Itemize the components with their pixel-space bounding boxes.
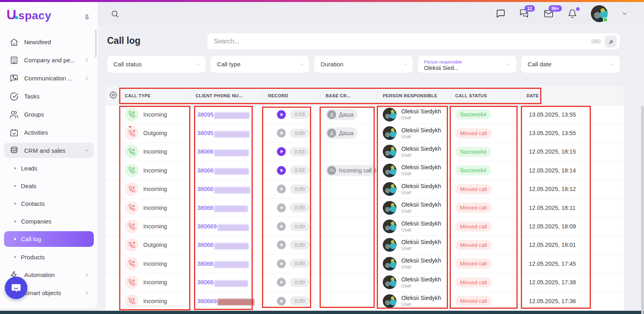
play-record-button[interactable] xyxy=(277,222,286,231)
sidebar-subitem-call-log[interactable]: Call log xyxy=(4,231,94,247)
base-crm-chip[interactable]: ДДаша xyxy=(326,127,357,139)
date-cell: 12.05.2025, 18:09 xyxy=(521,223,624,230)
status-badge: Successful xyxy=(455,165,491,175)
sidebar-item-crm-and-sales[interactable]: CRM and sales xyxy=(4,143,94,158)
person-name[interactable]: Oleksii Siedykh xyxy=(401,220,441,227)
table-row[interactable]: Incoming 380669 0:00 Oleksii Siedykh Use… xyxy=(105,292,624,310)
filter-call-date[interactable]: Call date xyxy=(521,56,620,73)
phone-number-link[interactable]: 38066 xyxy=(197,261,213,267)
person-name[interactable]: Oleksii Siedykh xyxy=(401,164,441,171)
table-row[interactable]: Incoming 38066 0:02 Incoming call 3 Olek… xyxy=(105,161,624,180)
pin-icon[interactable] xyxy=(83,14,91,21)
uspacy-logo[interactable]: Uspacy xyxy=(6,8,51,26)
phone-number-link[interactable]: 38066 xyxy=(197,167,213,174)
gear-icon[interactable] xyxy=(109,91,117,99)
play-record-button[interactable] xyxy=(277,166,286,175)
column-header-call-status[interactable]: CALL STATUS xyxy=(450,93,521,98)
bell-icon[interactable] xyxy=(568,9,577,18)
play-record-button[interactable] xyxy=(277,240,286,249)
search-input[interactable] xyxy=(214,38,591,45)
table-row[interactable]: Outgoing 38095 0:00 ДДаша Oleksii Siedyk… xyxy=(105,124,624,142)
record-cell: 0:03 xyxy=(262,110,320,119)
person-name[interactable]: Oleksii Siedykh xyxy=(401,146,441,152)
table-row[interactable]: Incoming 38066 0:00 Oleksii Siedykh User… xyxy=(105,180,624,199)
play-record-button[interactable] xyxy=(277,147,286,156)
sidebar-subitem-leads[interactable]: Leads xyxy=(4,159,94,177)
sidebar-subitem-companies[interactable]: Companies xyxy=(4,212,94,230)
column-header-record[interactable]: RECORD xyxy=(262,93,320,98)
eraser-button[interactable] xyxy=(605,35,617,47)
play-record-button[interactable] xyxy=(277,259,286,268)
phone-number-link[interactable]: 380669 xyxy=(197,223,217,230)
user-avatar[interactable] xyxy=(591,5,608,22)
table-row[interactable]: Outgoing 38066 0:00 Oleksii Siedykh User… xyxy=(105,236,624,254)
phone-number-link[interactable]: 38066 xyxy=(197,186,213,192)
sidebar-subitem-contacts[interactable]: Contacts xyxy=(4,195,94,212)
phone-number-link[interactable]: 38066 xyxy=(197,205,213,211)
column-header-client-phone-nu[interactable]: CLIENT PHONE NU... xyxy=(190,93,262,98)
play-record-button[interactable] xyxy=(277,185,286,193)
phone-number-link[interactable]: 38066 xyxy=(197,148,213,155)
play-record-button[interactable] xyxy=(277,203,286,212)
filter-call-status[interactable]: Call status xyxy=(107,56,206,73)
chevron-right-icon xyxy=(84,272,90,278)
table-row[interactable]: Incoming 38066 0:00 Oleksii Siedykh User… xyxy=(105,254,624,273)
table-row[interactable]: Incoming 380669 0:00 Oleksii Siedykh Use… xyxy=(105,217,624,236)
filter-call-type[interactable]: Call type xyxy=(211,56,309,73)
call-type-cell: Incoming xyxy=(119,294,190,308)
chat-widget-button[interactable] xyxy=(5,277,27,299)
phone-cell: 380669 xyxy=(190,296,262,306)
phone-cell: 38066 xyxy=(190,147,262,156)
person-name[interactable]: Oleksii Siedykh xyxy=(401,239,441,246)
base-crm-chip[interactable]: ДДаша xyxy=(326,109,357,120)
person-name[interactable]: Oleksii Siedykh xyxy=(401,257,441,264)
phone-number-link[interactable]: 38095 xyxy=(197,111,213,118)
sidebar-item-activities[interactable]: Activities xyxy=(4,123,94,142)
sidebar-subitem-products[interactable]: Products xyxy=(4,248,94,266)
column-header-call-type[interactable]: CALL TYPE xyxy=(119,93,190,98)
page-scrollbar[interactable] xyxy=(641,25,644,311)
phone-number-link[interactable]: 38066 xyxy=(197,279,213,285)
person-name[interactable]: Oleksii Siedykh xyxy=(401,295,441,302)
person-name[interactable]: Oleksii Siedykh xyxy=(401,201,441,208)
sidebar-item-communication[interactable]: Communication ... xyxy=(4,69,94,87)
play-record-button[interactable] xyxy=(277,297,286,306)
page-scrollbar-thumb[interactable] xyxy=(641,106,644,314)
sidebar-item-groups[interactable]: Groups xyxy=(4,105,94,123)
sidebar-scrollbar[interactable] xyxy=(95,29,97,57)
base-crm-chip[interactable]: Incoming call 3 xyxy=(326,165,376,176)
global-search-icon[interactable] xyxy=(111,10,119,18)
table-row[interactable]: Incoming 38066 0:00 Oleksii Siedykh User… xyxy=(105,273,624,292)
table-row[interactable]: Incoming 38095 0:03 ДДаша Oleksii Siedyk… xyxy=(105,105,624,124)
sidebar-item-newsfeed[interactable]: Newsfeed xyxy=(4,33,94,51)
bullet-dot xyxy=(14,256,16,258)
sidebar-item-tasks[interactable]: Tasks xyxy=(4,87,94,105)
play-record-button[interactable] xyxy=(277,129,286,138)
person-role: User xyxy=(401,134,441,140)
person-name[interactable]: Oleksii Siedykh xyxy=(401,108,441,115)
profile-chevron-down-icon[interactable] xyxy=(621,10,628,17)
phone-number-link[interactable]: 38095 xyxy=(197,130,213,136)
person-name[interactable]: Oleksii Siedykh xyxy=(401,127,441,134)
person-name[interactable]: Oleksii Siedykh xyxy=(401,276,441,283)
chevron-right-icon xyxy=(84,290,90,296)
sidebar-subitem-deals[interactable]: Deals xyxy=(4,177,94,195)
column-header-date[interactable]: DATE xyxy=(521,93,624,98)
table-row[interactable]: Incoming 38066 0:03 Oleksii Siedykh User… xyxy=(105,143,624,161)
date-cell: 12.05.2025, 18:12 xyxy=(521,186,624,192)
play-record-button[interactable] xyxy=(277,278,286,287)
filter-duration[interactable]: Duration xyxy=(314,56,413,73)
chats-icon[interactable]: 12 xyxy=(519,9,530,18)
phone-number-link[interactable]: 380669 xyxy=(197,298,217,304)
sidebar-item-company-and-pe[interactable]: Company and pe... xyxy=(4,51,94,69)
mail-icon[interactable]: 99+ xyxy=(543,9,554,18)
play-record-button[interactable] xyxy=(277,110,286,119)
column-header-base-cr[interactable]: BASE CR... xyxy=(320,93,377,98)
filter-person-responsible[interactable]: Person responsible Oleksii Sied... xyxy=(418,56,516,73)
column-header-person-responsible[interactable]: PERSON RESPONSIBLE xyxy=(377,93,450,98)
table-row[interactable]: Incoming 38066 0:00 Oleksii Siedykh User… xyxy=(105,199,624,217)
phone-number-link[interactable]: 38066 xyxy=(197,242,213,248)
base-crm-label: Даша xyxy=(339,111,353,118)
comment-icon[interactable] xyxy=(496,9,506,18)
person-name[interactable]: Oleksii Siedykh xyxy=(401,183,441,190)
